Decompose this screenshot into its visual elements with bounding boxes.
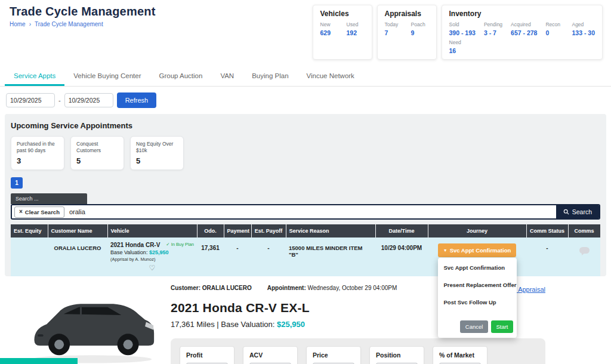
vehicles-card: Vehicles New 629 Used 192 [313, 5, 372, 60]
stat-position: Position 1 of 8 [369, 346, 424, 364]
journey-dropdown-button[interactable]: ▼ Svc Appt Confirmation [438, 243, 517, 257]
metric-label: Today [385, 21, 403, 27]
inventory-card: Inventory Sold 390 - 193 Need 16 Pending… [442, 5, 603, 60]
check-icon: ✓ [166, 242, 169, 247]
cell-est-equity [11, 237, 48, 276]
appraisals-card-title: Appraisals [385, 10, 429, 18]
tab-vincue-network[interactable]: Vincue Network [298, 67, 363, 86]
miles-text: 17,361 Miles | Base Valuation: [171, 320, 274, 329]
customer-name: ORALIA LUCERO [202, 285, 252, 291]
tab-service-appts[interactable]: Service Appts [5, 67, 64, 86]
metric-value: 133 - 30 [572, 29, 595, 36]
col-header-payment: Payment [224, 224, 251, 237]
appointment-value: Wednesday, October 29 04:00PM [308, 285, 397, 291]
cell-service-reason: 15000 MILES MINDER ITEM "B" [286, 237, 375, 276]
search-input[interactable] [64, 208, 556, 215]
cell-vehicle: 2021 Honda CR-V ✓ In Buy Plan Base Valua… [107, 237, 197, 276]
journey-selected-label: Svc Appt Confirmation [450, 247, 511, 254]
cell-customer-name: ORALIA LUCERO [48, 237, 107, 276]
search-button-label: Search [572, 208, 592, 215]
panel-heading: Upcoming Service Appointments [11, 121, 600, 130]
chevron-down-icon: ▼ [443, 248, 448, 252]
vehicles-card-title: Vehicles [320, 10, 365, 18]
search-button[interactable]: Search [556, 205, 599, 218]
service-appointments-panel: Upcoming Service Appointments Purchased … [5, 114, 606, 276]
col-header-date-time: Date/Time [375, 224, 428, 237]
clear-search-label: Clear Search [25, 209, 60, 215]
breadcrumb-separator-icon: › [29, 21, 31, 27]
clear-search-button[interactable]: × Clear Search [14, 206, 64, 218]
comment-bubble-icon[interactable] [579, 246, 590, 257]
date-end-input[interactable] [64, 93, 113, 107]
metric-label: Sold [449, 21, 476, 27]
table-row[interactable]: ORALIA LUCERO 2021 Honda CR-V ✓ In Buy P… [11, 237, 600, 276]
stat-label: ACV [249, 351, 291, 359]
tab-group-auction[interactable]: Group Auction [150, 67, 211, 86]
metric-label: New [320, 21, 338, 27]
base-valuation-price: $25,950 [277, 320, 305, 329]
stat-label: % of Market [439, 351, 481, 359]
cell-odometer: 17,361 [197, 237, 224, 276]
summary-cards: Purchased in the past 90 days 3 Conquest… [11, 136, 600, 170]
cell-journey: ▼ Svc Appt Confirmation Svc Appt Confirm… [428, 237, 526, 276]
stat-label: Price [313, 351, 354, 359]
search-collapsed-label[interactable]: Search ... [11, 193, 87, 204]
col-header-comms: Comms [568, 224, 600, 237]
col-header-est-payoff: Est. Payoff [251, 224, 286, 237]
filter-row: - Refresh [0, 87, 611, 113]
start-button[interactable]: Start [491, 320, 513, 333]
pagination-page-1[interactable]: 1 [11, 177, 23, 189]
appraisal-by-note: (Apprisal by A. Munoz) [110, 257, 194, 262]
vehicle-photo [23, 285, 161, 364]
breadcrumb-home[interactable]: Home [10, 21, 26, 27]
tab-buying-plan[interactable]: Buying Plan [243, 67, 297, 86]
metric-value: 0 [545, 29, 563, 36]
menu-item-post-svc-follow-up[interactable]: Post Svc Follow Up [438, 294, 517, 311]
page-title: Trade Cycle Management [10, 5, 156, 18]
appointments-table: Est. Equity Customer Name Vehicle Odo. P… [11, 224, 601, 276]
appointment-label: Appointment: [267, 285, 306, 291]
col-header-customer-name: Customer Name [48, 224, 107, 237]
metric-label: Pending [484, 21, 502, 27]
buy-plan-label: In Buy Plan [171, 242, 194, 247]
summary-card-label: Purchased in the past 90 days [17, 141, 58, 153]
summary-card-label: Neg Equity Over $10k [136, 141, 178, 153]
stat-price: Price 25,950 [306, 346, 361, 364]
metric-value: 657 - 278 [511, 29, 537, 36]
menu-item-present-replacement-offer[interactable]: Present Replacement Offer [438, 276, 517, 294]
cancel-button[interactable]: Cancel [460, 320, 489, 333]
summary-card-label: Conquest Customers [76, 141, 118, 153]
refresh-button[interactable]: Refresh [117, 92, 157, 108]
summary-card-conquest[interactable]: Conquest Customers 5 [70, 136, 124, 170]
tab-van[interactable]: VAN [211, 67, 243, 86]
stat-acv: ACV 20,500 [243, 346, 298, 364]
journey-dropdown-menu: Svc Appt Confirmation Present Replacemen… [438, 258, 517, 338]
stat-market-percent: % of Market 90.6% [433, 346, 487, 364]
menu-item-svc-appt-confirmation[interactable]: Svc Appt Confirmation [438, 259, 517, 276]
breadcrumb-current: Trade Cycle Management [35, 21, 103, 27]
summary-card-neg-equity[interactable]: Neg Equity Over $10k 5 [130, 136, 184, 170]
col-header-odo: Odo. [197, 224, 224, 237]
metric-label: Used [347, 21, 365, 27]
header-stat-cards: Vehicles New 629 Used 192 Appraisals Tod… [313, 5, 603, 60]
summary-card-purchased[interactable]: Purchased in the past 90 days 3 [11, 136, 64, 170]
valuation-stats-strip: Profit 0 ACV 20,500 Price 25,950 Positio… [171, 338, 545, 364]
stat-profit: Profit 0 [180, 346, 234, 364]
stat-label: Position [376, 351, 418, 359]
summary-card-value: 5 [76, 156, 118, 165]
date-start-input[interactable] [6, 93, 55, 107]
metric-label: Poach [411, 21, 429, 27]
metric-label: Need [449, 39, 476, 45]
inventory-card-title: Inventory [449, 10, 595, 18]
cell-date-time: 10/29 04:00PM [375, 237, 428, 276]
tab-vehicle-buying-center[interactable]: Vehicle Buying Center [64, 67, 150, 86]
metric-value: 192 [347, 29, 365, 36]
heart-icon[interactable]: ♡ [110, 264, 194, 272]
col-header-service-reason: Service Reason [286, 224, 375, 237]
in-buy-plan-badge: ✓ In Buy Plan [166, 242, 194, 247]
vehicle-detail-section: Customer: ORALIA LUCERO Appointment: Wed… [0, 276, 611, 364]
stat-label: Profit [186, 351, 228, 359]
tab-bar: Service Appts Vehicle Buying Center Grou… [0, 67, 611, 87]
vehicle-title: 2021 Honda CR-V [110, 242, 160, 248]
summary-card-value: 3 [17, 156, 58, 165]
